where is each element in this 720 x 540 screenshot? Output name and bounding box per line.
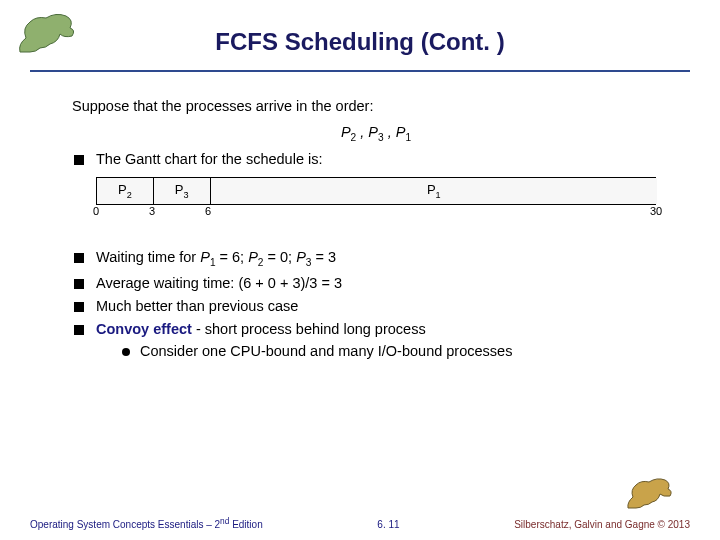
gantt-chart: P2 P3 P1 0 3 6 30 [96, 177, 656, 221]
dinosaur-right-icon [626, 474, 676, 510]
gantt-bar: P2 P3 P1 [96, 177, 656, 205]
footer-left: Operating System Concepts Essentials – 2… [30, 516, 263, 530]
bullet-list: The Gantt chart for the schedule is: [72, 151, 680, 167]
gantt-segment-p3: P3 [154, 178, 211, 204]
bullet-better: Much better than previous case [72, 298, 680, 314]
footer: Operating System Concepts Essentials – 2… [0, 516, 720, 530]
term-convoy-effect: Convoy effect [96, 321, 192, 337]
tick-30: 30 [650, 205, 662, 217]
sub-bullet-cpu-io: Consider one CPU-bound and many I/O-boun… [120, 343, 680, 359]
tick-0: 0 [93, 205, 99, 217]
slide-title: FCFS Scheduling (Cont. ) [30, 28, 690, 56]
title-row: FCFS Scheduling (Cont. ) [30, 18, 690, 66]
bullet-gantt-intro: The Gantt chart for the schedule is: [72, 151, 680, 167]
sub-bullet-list: Consider one CPU-bound and many I/O-boun… [120, 343, 680, 359]
slide: FCFS Scheduling (Cont. ) Suppose that th… [0, 0, 720, 540]
gantt-segment-p2: P2 [97, 178, 154, 204]
title-underline [30, 70, 690, 72]
process-order-line: P2 , P3 , P1 [72, 124, 680, 143]
gantt-segment-p1: P1 [211, 178, 657, 204]
tick-6: 6 [205, 205, 211, 217]
bullet-list-2: Waiting time for P1 = 6; P2 = 0; P3 = 3 … [72, 249, 680, 359]
tick-3: 3 [149, 205, 155, 217]
gantt-ticks: 0 3 6 30 [96, 205, 656, 221]
bullet-waiting-time: Waiting time for P1 = 6; P2 = 0; P3 = 3 [72, 249, 680, 268]
footer-page-number: 6. 11 [377, 519, 399, 530]
slide-body: Suppose that the processes arrive in the… [72, 96, 680, 366]
intro-text: Suppose that the processes arrive in the… [72, 96, 680, 118]
footer-right: Silberschatz, Galvin and Gagne © 2013 [514, 519, 690, 530]
bullet-convoy: Convoy effect - short process behind lon… [72, 321, 680, 359]
bullet-average-wait: Average waiting time: (6 + 0 + 3)/3 = 3 [72, 275, 680, 291]
